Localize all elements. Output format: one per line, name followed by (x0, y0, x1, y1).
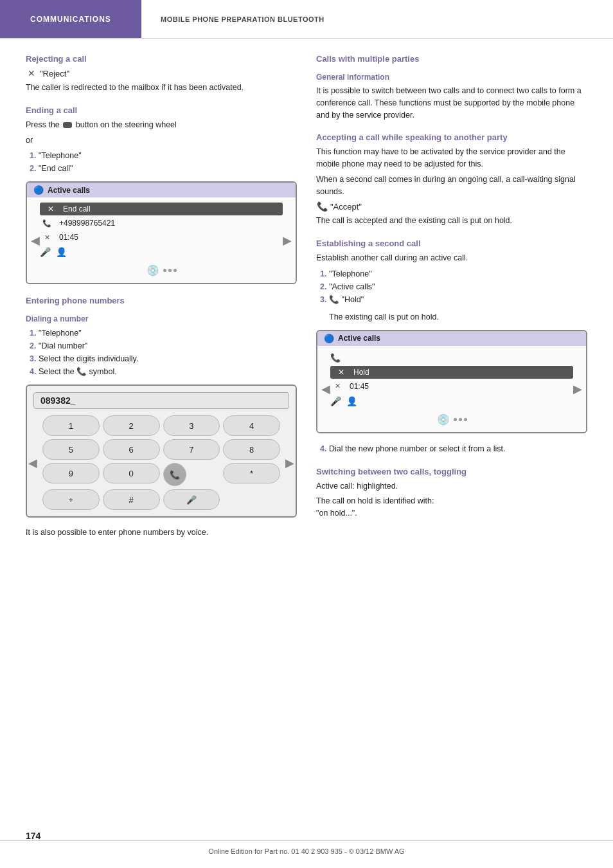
screen-mid-2: 📞 ✕ Hold ✕ 01:45 🎤 👤 (324, 350, 580, 410)
screen-row-hold: ✕ Hold (330, 366, 573, 379)
ending-list: "Telephone" "End call" (26, 149, 297, 175)
dialpad-nav-right: ▶ (285, 456, 294, 470)
phone-icon-small: 📞 (40, 219, 54, 228)
hold-call-icon: ✕ (334, 368, 348, 377)
hold-icon-inline: 📞 (329, 295, 339, 304)
dialpad-key-4[interactable]: 4 (223, 415, 280, 436)
dialpad-key-9[interactable]: 9 (42, 463, 100, 484)
establishing-title: Establishing a second call (316, 239, 587, 248)
right-column: Calls with multiple parties General info… (316, 54, 587, 542)
accept-desc: The call is accepted and the existing ca… (316, 215, 587, 227)
time-icon: ✕ (40, 233, 54, 242)
dialing-subtitle: Dialing a number (26, 314, 297, 323)
dialpad-key-8[interactable]: 8 (223, 439, 280, 460)
dialpad-nav-left: ◀ (28, 456, 37, 470)
ending-desc2: button on the steering wheel (76, 120, 177, 129)
step4-list: Dial the new phone number or select it f… (316, 442, 587, 455)
list-item: "Telephone" (39, 149, 297, 162)
dialpad-voice-desc: It is also possible to enter phone numbe… (26, 527, 297, 539)
dot-row (163, 269, 177, 272)
list-item: "Telephone" (329, 267, 587, 280)
general-desc: It is possible to switch between two cal… (316, 85, 587, 121)
switching-desc2-3: The call on hold is identified with: "on… (316, 495, 587, 520)
reject-desc: The caller is redirected to the mailbox … (26, 82, 297, 94)
mic-icon-r: 🎤 (330, 396, 341, 406)
call-duration-r: 01:45 (350, 382, 369, 391)
nav-left-icon-2: ◀ (321, 382, 330, 396)
voice-icon: ✕ (26, 68, 37, 79)
establishing-list: "Telephone" "Active calls" 📞 "Hold" (316, 267, 587, 306)
list-item: 📞 "Hold" (329, 293, 587, 306)
accepting-title: Accepting a call while speaking to anoth… (316, 132, 587, 142)
screen-title-text-2: Active calls (338, 334, 380, 343)
screen-title-text: Active calls (48, 186, 90, 195)
end-call-icon: ✕ (44, 204, 58, 213)
switching-desc1: Active call: highlighted. (316, 480, 587, 493)
end-call-label: End call (63, 204, 91, 213)
general-info-title: General information (316, 73, 587, 82)
screen-row-icons-r: 📞 (330, 351, 573, 365)
accept-icon: 📞 (316, 201, 328, 212)
dialpad-mic-btn[interactable]: 🎤 (163, 489, 220, 510)
call-duration: 01:45 (59, 233, 78, 242)
accepting-desc1: This function may have to be activated b… (316, 146, 587, 170)
nav-right-icon: ▶ (283, 233, 292, 248)
dialpad-key-3[interactable]: 3 (163, 415, 220, 436)
dialpad-display: 089382_ (33, 392, 289, 409)
dialpad-key-plus[interactable]: + (42, 489, 100, 510)
screen-mid: ✕ End call 📞 +498998765421 ✕ 01:45 🎤 (33, 201, 289, 260)
dialpad-key-star[interactable]: * (223, 463, 280, 484)
switching-desc3: "on hold...". (316, 509, 357, 518)
dialpad-key-hash[interactable]: # (103, 489, 160, 510)
screen-row-time-r: ✕ 01:45 (330, 380, 573, 393)
dot-r (464, 418, 467, 421)
screen-row-icons-row: 🎤 👤 (40, 245, 283, 259)
dial-symbol-icon: 📞 (76, 367, 89, 376)
ending-title: Ending a call (26, 105, 297, 115)
screen-title-icon-2: 🔵 (324, 334, 334, 343)
dot-row-r (454, 418, 467, 421)
screen-bottom-r: 💿 (324, 413, 580, 426)
screen-mockup-2: 🔵 Active calls ◀ ▶ 📞 ✕ Hold (316, 330, 587, 433)
dialpad-key-1[interactable]: 1 (42, 415, 100, 436)
dot-r (454, 418, 457, 421)
screen-mockup-1: 🔵 Active calls ◀ ▶ ✕ End call 📞 +4989987… (26, 181, 297, 284)
screen-bottom: 💿 (33, 264, 289, 276)
screen-row-icons-row-r: 🎤 👤 (330, 394, 573, 408)
main-content: Rejecting a call ✕ "Reject" The caller i… (0, 39, 613, 561)
page-header: COMMUNICATIONS MOBILE PHONE PREPARATION … (0, 0, 613, 39)
dots-area (163, 269, 177, 272)
subtitle-label: MOBILE PHONE PREPARATION BLUETOOTH (141, 0, 324, 38)
ending-desc1: Press the (26, 120, 60, 129)
comm-header-label: COMMUNICATIONS (0, 0, 141, 38)
screen-row-end: ✕ End call (40, 203, 283, 215)
dialpad-key-7[interactable]: 7 (163, 439, 220, 460)
dialpad-key-0[interactable]: 0 (103, 463, 160, 484)
hold-label: "Hold" (341, 295, 364, 304)
dot (168, 269, 172, 272)
dialpad-mockup: 089382_ ◀ ▶ 1 2 3 4 5 6 7 8 9 0 (26, 384, 297, 518)
rejecting-title: Rejecting a call (26, 54, 297, 64)
list-item: Select the 📞 symbol. (39, 365, 297, 378)
dialpad-key-5[interactable]: 5 (42, 439, 100, 460)
dialpad-call-button[interactable]: 📞 (163, 463, 186, 486)
accept-cmd-text: "Accept" (330, 202, 362, 212)
dot (173, 269, 177, 272)
list-item: Select the digits individually. (39, 352, 297, 365)
entering-title: Entering phone numbers (26, 296, 297, 305)
contact-icon-r: 👤 (346, 396, 357, 406)
page-footer: 174 Online Edition for Part no. 01 40 2 … (0, 840, 613, 855)
establishing-hold-desc: The existing call is put on hold. (329, 311, 587, 323)
switching-title: Switching between two calls, toggling (316, 467, 587, 476)
dialpad-wrapper: ◀ ▶ 1 2 3 4 5 6 7 8 9 0 📞 * (33, 415, 289, 510)
step4-item: Dial the new phone number or select it f… (329, 442, 587, 455)
screen-row-number: 📞 +498998765421 (40, 217, 283, 230)
dialpad-key-2[interactable]: 2 (103, 415, 160, 436)
cd-icon-r: 💿 (437, 413, 450, 426)
phone-hold-icon: 📞 (330, 353, 341, 363)
phone-end-icon (63, 122, 72, 128)
nav-right-icon-2: ▶ (573, 382, 582, 396)
dialpad-grid: 1 2 3 4 5 6 7 8 9 0 📞 * + # 🎤 (42, 415, 280, 510)
dialpad-key-6[interactable]: 6 (103, 439, 160, 460)
nav-left-icon: ◀ (31, 233, 40, 248)
